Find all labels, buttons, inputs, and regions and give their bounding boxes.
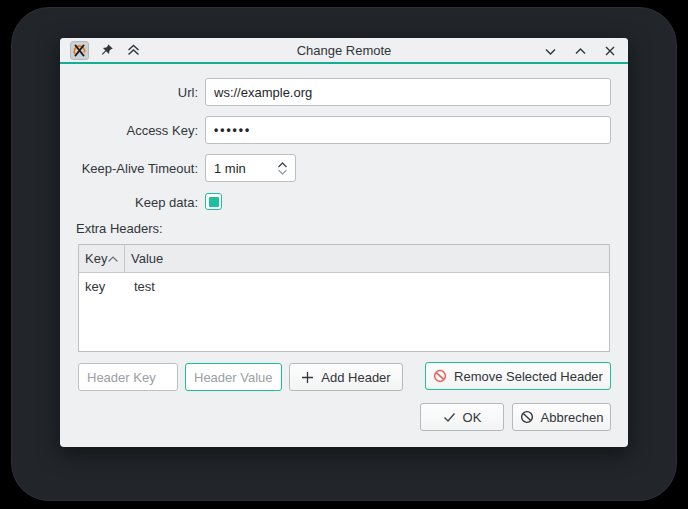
cancel-button[interactable]: Abbrechen <box>512 403 611 431</box>
app-menu-button[interactable] <box>70 41 89 60</box>
titlebar[interactable]: Change Remote <box>60 38 628 64</box>
header-value-input[interactable] <box>185 363 282 391</box>
sort-ascending-icon <box>108 256 118 262</box>
remove-prohibition-icon <box>433 369 447 383</box>
timeout-value: 1 min <box>206 161 277 176</box>
timeout-label: Keep-Alive Timeout: <box>70 161 198 176</box>
check-icon <box>443 412 456 423</box>
keep-data-label: Keep data: <box>70 195 198 210</box>
checkbox-checked-mark <box>209 197 219 207</box>
change-remote-dialog: Change Remote Url: Access Key: Keep-Aliv… <box>60 38 628 447</box>
column-header-value[interactable]: Value <box>125 245 169 272</box>
access-key-label: Access Key: <box>70 123 198 138</box>
headers-table[interactable]: Key Value key test <box>78 244 610 352</box>
cancel-prohibition-icon <box>520 410 534 424</box>
plus-icon <box>301 371 314 384</box>
table-row[interactable]: key test <box>79 273 609 299</box>
pin-icon[interactable] <box>99 42 115 58</box>
table-header-row: Key Value <box>79 245 609 273</box>
column-header-key[interactable]: Key <box>79 245 125 272</box>
keep-data-checkbox[interactable] <box>205 193 222 210</box>
spin-up-icon[interactable] <box>277 162 288 168</box>
cell-value: test <box>126 279 155 294</box>
url-label: Url: <box>70 85 198 100</box>
timeout-spinbox[interactable]: 1 min <box>205 154 296 182</box>
keep-above-icon[interactable] <box>125 42 141 58</box>
remove-selected-header-button[interactable]: Remove Selected Header <box>425 362 611 390</box>
spin-down-icon[interactable] <box>277 169 288 175</box>
add-header-button[interactable]: Add Header <box>289 363 403 391</box>
extra-headers-label: Extra Headers: <box>76 221 163 236</box>
access-key-input[interactable] <box>205 116 611 144</box>
close-button[interactable] <box>602 43 618 59</box>
cell-key: key <box>79 279 126 294</box>
ok-button[interactable]: OK <box>420 403 504 431</box>
header-key-input[interactable] <box>78 363 178 391</box>
url-input[interactable] <box>205 78 611 106</box>
app-icon <box>72 43 87 58</box>
minimize-button[interactable] <box>542 43 558 59</box>
maximize-button[interactable] <box>572 43 588 59</box>
